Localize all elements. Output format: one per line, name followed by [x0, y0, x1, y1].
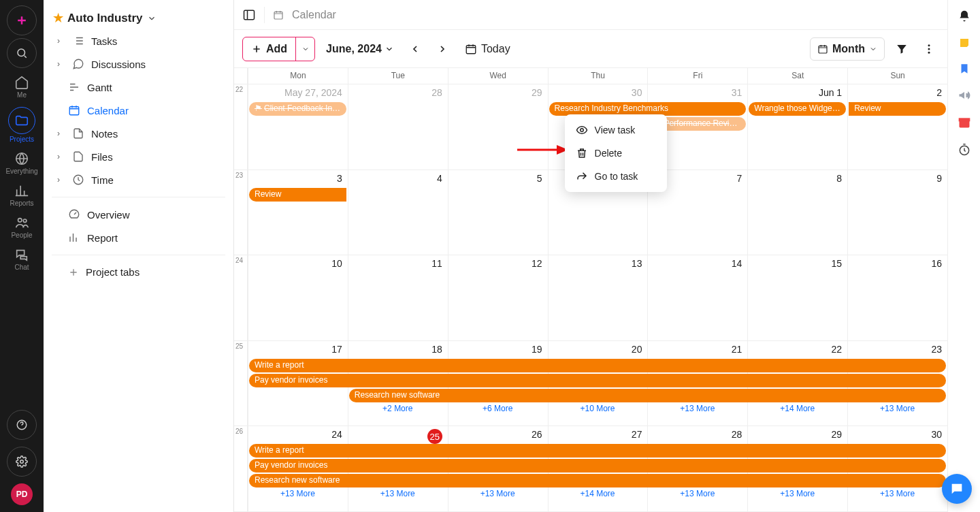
nav-calendar[interactable]: Calendar — [48, 99, 229, 122]
more-link[interactable]: +13 More — [348, 489, 448, 500]
day-cell[interactable]: 12 — [448, 255, 548, 340]
more-link[interactable]: +14 More — [747, 404, 847, 415]
nav-overview[interactable]: Overview — [48, 203, 229, 226]
gauge-icon — [68, 208, 80, 221]
more-link[interactable]: +13 More — [647, 489, 747, 500]
filter-button[interactable] — [892, 39, 912, 59]
calendar-icon — [273, 10, 284, 20]
svg-point-3 — [23, 219, 27, 223]
project-title[interactable]: ★ Auto Industry — [48, 7, 229, 29]
date-number: 26 — [532, 429, 542, 440]
nav-discussions[interactable]: ›Discussions — [48, 52, 229, 76]
breadcrumb-calendar: Calendar — [292, 9, 336, 21]
day-cell[interactable]: 9 — [847, 170, 947, 255]
calendar-panel-icon[interactable] — [958, 116, 971, 129]
day-cell[interactable]: 10 — [248, 255, 348, 340]
more-link[interactable]: +2 More — [348, 404, 448, 415]
nav-notes[interactable]: ›Notes — [48, 122, 229, 145]
nav-time[interactable]: ›Time — [48, 168, 229, 191]
rail-people[interactable]: People — [0, 211, 44, 240]
date-number: 25 — [427, 429, 442, 444]
context-menu-delete[interactable]: Delete — [565, 142, 667, 165]
day-header: Mon — [248, 68, 348, 84]
calendar-event[interactable]: Review — [249, 188, 346, 202]
date-number: 22 — [832, 344, 843, 355]
more-link[interactable]: +13 More — [647, 404, 747, 415]
notes-panel-icon[interactable] — [958, 37, 970, 49]
help-button[interactable] — [7, 410, 37, 440]
more-link[interactable]: +13 More — [248, 489, 348, 500]
month-picker[interactable]: June, 2024 — [322, 43, 398, 55]
calendar-event[interactable]: Write a report — [249, 359, 946, 372]
calendar-event[interactable]: Research new software — [249, 474, 946, 487]
calendar-event[interactable]: Write a report — [249, 444, 946, 458]
date-number: Jun 1 — [819, 87, 842, 98]
day-cell[interactable]: 16 — [847, 255, 947, 340]
more-link[interactable]: +6 More — [448, 404, 548, 415]
calendar-event[interactable]: Pay vendor invoices — [249, 374, 946, 387]
bookmark-icon[interactable] — [958, 63, 970, 75]
plus-icon — [68, 267, 79, 278]
calendar-event[interactable]: Review — [849, 102, 946, 116]
day-header: Thu — [548, 68, 648, 84]
nav-report[interactable]: Report — [48, 226, 229, 249]
notifications-icon[interactable] — [958, 10, 971, 23]
global-add-button[interactable] — [7, 5, 37, 35]
context-menu-view[interactable]: View task — [565, 118, 667, 142]
day-cell[interactable]: 3 — [248, 170, 348, 255]
date-number: 10 — [331, 258, 342, 269]
announce-icon[interactable] — [958, 89, 971, 102]
context-menu-goto[interactable]: Go to task — [565, 165, 667, 188]
rail-everything[interactable]: Everything — [0, 147, 44, 176]
time-icon — [72, 174, 84, 186]
date-number: 2 — [936, 87, 942, 98]
rail-reports[interactable]: Reports — [0, 179, 44, 208]
calendar-event[interactable]: ⚑Client Feedback Inc… — [249, 102, 346, 116]
sidebar-toggle-icon[interactable] — [242, 8, 256, 22]
calendar-event[interactable]: Wrangle those Widgets… — [749, 102, 846, 116]
more-link[interactable]: +14 More — [548, 489, 648, 500]
date-number: 8 — [836, 173, 842, 184]
more-button[interactable] — [919, 39, 939, 59]
next-month-button[interactable] — [432, 39, 453, 59]
calendar-event[interactable]: Research Industry Benchmarks — [549, 102, 747, 116]
global-search-button[interactable] — [7, 38, 37, 68]
date-number: 17 — [331, 344, 342, 355]
more-link[interactable]: +13 More — [448, 489, 548, 500]
more-link[interactable]: +13 More — [847, 404, 947, 415]
chat-bubble-button[interactable] — [942, 474, 972, 504]
add-button[interactable]: Add — [243, 43, 295, 55]
day-cell[interactable]: 11 — [348, 255, 448, 340]
day-cell[interactable]: 14 — [647, 255, 747, 340]
rail-projects[interactable]: Projects — [0, 103, 44, 144]
view-mode-button[interactable]: Month — [810, 37, 885, 61]
more-link[interactable]: +10 More — [548, 404, 648, 415]
day-header: Wed — [448, 68, 548, 84]
day-cell[interactable]: 5 — [448, 170, 548, 255]
nav-project-tabs[interactable]: Project tabs — [48, 261, 229, 283]
star-icon: ★ — [53, 11, 63, 25]
day-cell[interactable]: 15 — [747, 255, 847, 340]
user-avatar[interactable]: PD — [11, 483, 33, 505]
calendar-event[interactable]: Research new software — [349, 389, 946, 402]
day-cell[interactable]: 8 — [747, 170, 847, 255]
timer-icon[interactable] — [958, 143, 971, 157]
nav-tasks[interactable]: ›Tasks — [48, 29, 229, 52]
more-link[interactable]: +13 More — [847, 489, 947, 500]
nav-gantt[interactable]: Gantt — [48, 76, 229, 99]
nav-files[interactable]: ›Files — [48, 145, 229, 168]
calendar-event[interactable]: Pay vendor invoices — [249, 459, 946, 473]
settings-button[interactable] — [7, 447, 37, 477]
rail-chat[interactable]: Chat — [0, 243, 44, 272]
add-dropdown[interactable] — [295, 37, 314, 61]
date-number: 24 — [331, 429, 342, 440]
rail-chat-label: Chat — [14, 263, 29, 271]
prev-month-button[interactable] — [405, 39, 425, 59]
day-cell[interactable]: 4 — [348, 170, 448, 255]
day-cell[interactable]: 13 — [548, 255, 648, 340]
today-button[interactable]: Today — [459, 37, 516, 61]
rail-me[interactable]: Me — [0, 71, 44, 100]
context-menu: View taskDeleteGo to task — [565, 114, 667, 192]
rail-me-label: Me — [17, 91, 27, 99]
more-link[interactable]: +13 More — [747, 489, 847, 500]
